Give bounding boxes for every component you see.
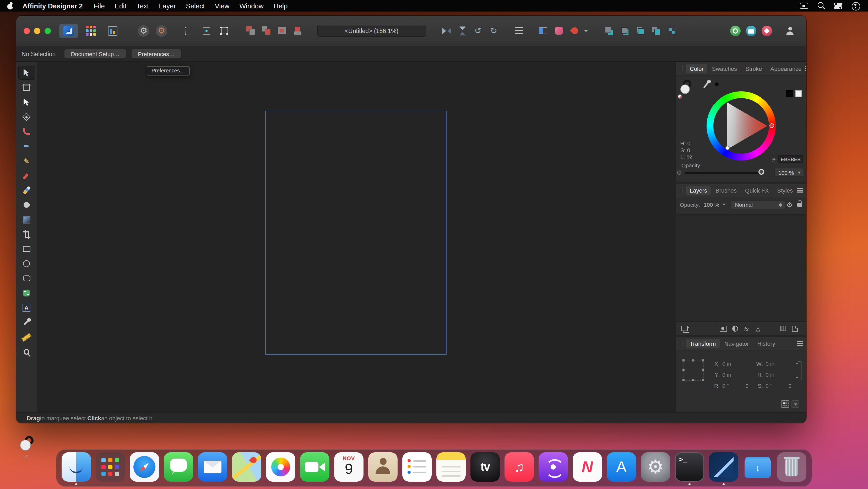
toolbar-button[interactable] [243, 23, 258, 38]
toolbar-button[interactable] [103, 23, 122, 38]
panel-menu-icon[interactable] [805, 66, 806, 67]
dock-app-icon[interactable] [266, 452, 296, 482]
panel-menu-icon[interactable] [797, 188, 803, 189]
zoom-button[interactable] [44, 28, 51, 34]
dock-item[interactable]: NOV 9 [334, 452, 364, 482]
dock-app-icon[interactable]: >_ [675, 452, 704, 482]
layers-action-button[interactable] [805, 324, 806, 333]
context-button[interactable]: Document Setup… [64, 49, 126, 59]
menubar-status-icon[interactable] [799, 2, 809, 9]
transform-field[interactable]: S: 0 ° [754, 382, 793, 389]
dock-app-icon[interactable]: N [572, 452, 602, 482]
panel-menu-icon[interactable] [797, 341, 803, 342]
toolbar-button[interactable] [439, 23, 455, 38]
transform-field[interactable]: H: 0 in [754, 371, 793, 378]
account-button[interactable] [782, 23, 798, 38]
layers-list[interactable] [676, 214, 806, 322]
tool-button[interactable] [18, 345, 35, 359]
opacity-slider-knob[interactable] [758, 169, 764, 175]
anchor-dropdown[interactable] [792, 400, 799, 408]
hex-value-field[interactable]: EBEBEB [778, 155, 803, 163]
dock-app-icon[interactable] [709, 452, 738, 482]
panel-grip-icon[interactable] [680, 187, 682, 193]
toolbar-button[interactable] [727, 23, 743, 38]
dock-app-icon[interactable]: A [607, 452, 636, 482]
swap-fill-stroke-icon[interactable] [24, 455, 28, 460]
dock-app-icon[interactable] [436, 452, 466, 482]
toolbar-button[interactable] [199, 23, 214, 38]
panel-tab[interactable]: Layers [686, 185, 711, 195]
dock-app-icon[interactable] [777, 452, 806, 482]
opacity-slider[interactable] [685, 172, 762, 174]
layers-action-button[interactable] [790, 324, 799, 333]
dock-item[interactable]: ⚙ [641, 452, 670, 482]
menu-item[interactable]: File [94, 2, 105, 10]
toolbar-button[interactable] [664, 23, 680, 38]
hue-marker[interactable] [770, 123, 774, 128]
document-page[interactable] [265, 111, 446, 355]
tool-button[interactable] [18, 330, 35, 344]
opacity-value-dropdown[interactable]: 100 % [774, 168, 804, 177]
tool-button[interactable] [18, 183, 35, 197]
tool-button[interactable] [18, 95, 35, 109]
context-button[interactable]: Preferences… [131, 49, 182, 59]
panel-tab[interactable]: Transform [686, 339, 719, 348]
panel-tab[interactable]: Appearance [767, 64, 805, 73]
fill-well-icon[interactable] [20, 440, 31, 451]
tool-button[interactable] [18, 300, 35, 315]
tool-button[interactable] [18, 315, 35, 329]
dock-app-icon[interactable] [130, 452, 159, 482]
menubar-status-icon[interactable] [817, 2, 826, 9]
panel-tab[interactable]: Quick FX [741, 185, 772, 195]
layer-settings-gear-icon[interactable] [786, 201, 793, 208]
dock-app-icon[interactable] [198, 452, 227, 482]
layer-lock-icon[interactable] [797, 203, 802, 206]
layers-action-button[interactable] [680, 324, 689, 333]
toolbar-button[interactable] [759, 23, 775, 38]
toolbar-button[interactable] [648, 23, 664, 38]
eyedropper-icon[interactable] [703, 81, 709, 88]
tool-button[interactable] [18, 154, 35, 168]
panel-grip-icon[interactable] [680, 65, 682, 71]
toolbar-button[interactable] [743, 23, 759, 38]
opacity-slider-start[interactable] [677, 171, 681, 175]
toolbar-button[interactable] [633, 23, 648, 38]
app-menu-title[interactable]: Affinity Designer 2 [23, 2, 83, 10]
transform-field[interactable]: X: 0 in [711, 360, 749, 367]
toolbar-button[interactable] [59, 23, 78, 38]
dock-item[interactable] [198, 452, 227, 482]
tool-button[interactable] [18, 271, 35, 285]
toolbar-button[interactable] [154, 23, 169, 38]
dock-item[interactable] [436, 452, 466, 482]
tool-button[interactable] [18, 242, 35, 256]
menu-item[interactable]: Edit [115, 2, 127, 10]
toolbar-button[interactable] [181, 23, 196, 38]
tool-button[interactable] [18, 168, 35, 182]
dock-app-icon[interactable]: tv [470, 452, 500, 482]
toolbar-button[interactable] [290, 23, 306, 38]
toolbar-button[interactable] [486, 23, 502, 38]
dock-item[interactable]: >_ [675, 452, 704, 482]
menu-item[interactable]: View [215, 2, 229, 10]
dock-app-icon[interactable]: ⚙ [641, 452, 670, 482]
blend-mode-dropdown[interactable]: Normal [731, 200, 785, 209]
close-button[interactable] [24, 28, 30, 34]
menu-item[interactable]: Select [186, 2, 205, 10]
transform-field[interactable]: W: 0 in [754, 360, 793, 367]
layers-opacity-dropdown[interactable]: 100 % [704, 201, 726, 208]
dock-app-icon[interactable]: ♫ [504, 452, 534, 482]
dock-app-icon[interactable] [300, 452, 330, 482]
menu-item[interactable]: Text [136, 2, 149, 10]
color-wheel[interactable] [707, 91, 776, 161]
toolbar-button[interactable] [601, 23, 617, 38]
spinner-icon[interactable] [745, 383, 749, 388]
link-dimensions-icon[interactable] [798, 362, 801, 379]
menubar-status-icon[interactable] [851, 2, 861, 9]
tool-button[interactable] [18, 286, 35, 300]
dock-item[interactable] [266, 452, 296, 482]
dock-item[interactable] [300, 452, 330, 482]
dock-app-icon[interactable] [164, 452, 193, 482]
dock-item[interactable] [402, 452, 432, 482]
tool-button[interactable] [18, 139, 35, 153]
dock-app-icon[interactable] [538, 452, 568, 482]
